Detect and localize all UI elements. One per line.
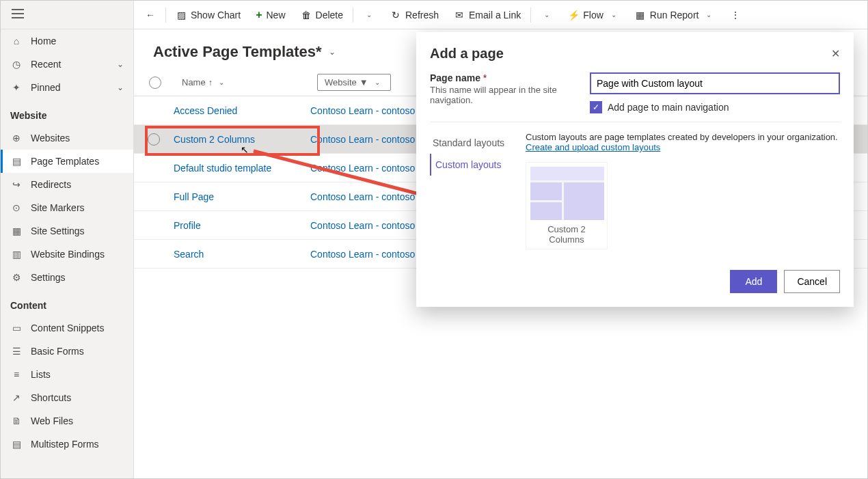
back-button[interactable]: ← — [138, 7, 163, 23]
nav-content-snippets[interactable]: ▭Content Snippets — [1, 316, 133, 340]
nav-redirects[interactable]: ↪Redirects — [1, 173, 133, 196]
close-button[interactable]: ✕ — [831, 47, 840, 60]
nav-shortcuts[interactable]: ↗Shortcuts — [1, 386, 133, 409]
nav-recent[interactable]: ◷Recent⌄ — [1, 53, 133, 76]
cell-website: Contoso Learn - contoso — [310, 220, 415, 231]
nav-home[interactable]: ⌂Home — [1, 29, 133, 53]
shortcut-icon: ↗ — [10, 392, 23, 404]
refresh-button[interactable]: ↻Refresh — [383, 7, 446, 23]
new-button[interactable]: +New — [249, 6, 292, 24]
nav-settings[interactable]: ⚙Settings — [1, 266, 133, 289]
chevron-down-icon: ⌄ — [215, 79, 228, 86]
flow-button[interactable]: ⚡Flow⌄ — [561, 7, 627, 23]
column-website[interactable]: Website ▼⌄ — [317, 74, 391, 91]
layout-card-custom-2-columns[interactable]: Custom 2 Columns — [526, 162, 608, 249]
create-upload-link[interactable]: Create and upload custom layouts — [526, 142, 660, 152]
website-link[interactable]: Contoso Learn - contoso — [310, 105, 415, 116]
hamburger-button[interactable] — [1, 1, 133, 29]
email-link-button[interactable]: ✉Email a Link — [447, 7, 528, 23]
nav-label: Settings — [31, 272, 66, 283]
btn-label: Show Chart — [191, 10, 241, 20]
template-link[interactable]: Profile — [174, 220, 201, 231]
website-link[interactable]: Contoso Learn - contoso — [310, 134, 415, 145]
select-all-checkbox[interactable] — [149, 77, 161, 89]
website-link[interactable]: Contoso Learn - contoso — [310, 249, 415, 260]
webfile-icon: 🗎 — [10, 415, 23, 427]
nav-label: Page Templates — [31, 156, 99, 167]
nav-label: Recent — [31, 59, 61, 70]
settings-icon: ▦ — [10, 225, 23, 237]
nav-label: Websites — [31, 133, 70, 143]
nav-pinned[interactable]: ✦Pinned⌄ — [1, 76, 133, 99]
nav-websites[interactable]: ⊕Websites — [1, 126, 133, 150]
template-link[interactable]: Search — [174, 249, 204, 260]
template-link[interactable]: Access Denied — [174, 105, 237, 116]
nav-label: Home — [31, 36, 56, 46]
template-link[interactable]: Full Page — [174, 191, 214, 202]
page-title: Active Page Templates* — [153, 43, 322, 61]
toolbar: ← ▨Show Chart +New 🗑Delete ⌄ ↻Refresh ✉E… — [134, 1, 867, 29]
btn-label: Run Report — [650, 10, 699, 20]
nav-lists[interactable]: ≡Lists — [1, 363, 133, 386]
cell-name: Full Page — [174, 191, 310, 202]
chevron-down-icon: ⌄ — [541, 11, 553, 18]
more-button[interactable]: ⋮ — [723, 7, 748, 23]
nav-label: Multistep Forms — [31, 439, 99, 450]
tab-custom-layouts[interactable]: Custom layouts — [430, 154, 512, 176]
website-link[interactable]: Contoso Learn - contoso — [310, 163, 415, 174]
nav-label: Web Files — [31, 415, 73, 426]
delete-button[interactable]: 🗑Delete — [294, 7, 350, 23]
globe-icon: ⊕ — [10, 132, 23, 144]
cell-website: Contoso Learn - contoso — [310, 163, 415, 174]
title-dropdown[interactable]: ⌄ — [329, 47, 336, 57]
nav-basic-forms[interactable]: ☰Basic Forms — [1, 340, 133, 363]
email-dropdown[interactable]: ⌄ — [534, 8, 560, 21]
cursor-pointer-icon: ↖ — [241, 144, 249, 155]
nav-label: Site Markers — [31, 202, 85, 213]
back-icon: ← — [145, 10, 156, 20]
cell-website: Contoso Learn - contoso — [310, 249, 415, 260]
gear-icon: ⚙ — [10, 271, 23, 284]
nav-label: Pinned — [31, 82, 61, 93]
page-name-input[interactable] — [590, 72, 840, 94]
refresh-icon: ↻ — [390, 10, 401, 20]
plus-icon: + — [256, 9, 262, 21]
show-chart-button[interactable]: ▨Show Chart — [169, 7, 247, 23]
cell-website: Contoso Learn - contoso — [310, 191, 415, 202]
checkbox-label: Add page to main navigation — [608, 102, 729, 113]
home-icon: ⌂ — [10, 35, 23, 47]
add-button[interactable]: Add — [730, 270, 777, 293]
website-link[interactable]: Contoso Learn - contoso — [310, 191, 415, 202]
nav-site-settings[interactable]: ▦Site Settings — [1, 219, 133, 243]
dialog-title: Add a page — [430, 46, 504, 61]
website-link[interactable]: Contoso Learn - contoso — [310, 220, 415, 231]
checkbox-checked-icon: ✓ — [590, 101, 602, 113]
btn-label: Email a Link — [469, 10, 521, 20]
template-link[interactable]: Custom 2 Columns — [174, 134, 255, 145]
nav-site-markers[interactable]: ⊙Site Markers — [1, 196, 133, 219]
row-checkbox[interactable] — [148, 133, 160, 146]
add-nav-checkbox[interactable]: ✓ Add page to main navigation — [590, 101, 840, 113]
cell-name: Custom 2 Columns — [174, 134, 310, 145]
btn-label: Flow — [583, 10, 603, 20]
page-name-label: Page name — [430, 72, 480, 83]
nav-multistep-forms[interactable]: ▤Multistep Forms — [1, 433, 133, 456]
chevron-down-icon: ⌄ — [363, 11, 375, 18]
column-name[interactable]: Name ↑ ⌄ — [182, 77, 317, 87]
nav-page-templates[interactable]: ▤Page Templates — [1, 150, 133, 173]
template-link[interactable]: Default studio template — [174, 163, 271, 174]
nav-website-bindings[interactable]: ▥Website Bindings — [1, 243, 133, 266]
nav-heading-content: Content — [1, 289, 133, 316]
sidebar: ⌂Home ◷Recent⌄ ✦Pinned⌄ Website ⊕Website… — [1, 1, 134, 478]
layout-description: Custom layouts are page templates create… — [526, 132, 840, 249]
delete-dropdown[interactable]: ⌄ — [356, 8, 382, 21]
cell-name: Profile — [174, 220, 310, 231]
cancel-button[interactable]: Cancel — [784, 270, 840, 293]
chevron-down-icon: ⌄ — [117, 59, 124, 69]
btn-label: Refresh — [405, 10, 439, 20]
run-report-button[interactable]: ▦Run Report⌄ — [628, 7, 722, 23]
nav-web-files[interactable]: 🗎Web Files — [1, 409, 133, 433]
cell-name: Search — [174, 249, 310, 260]
tab-standard-layouts[interactable]: Standard layouts — [430, 132, 512, 154]
multistep-icon: ▤ — [10, 438, 23, 450]
